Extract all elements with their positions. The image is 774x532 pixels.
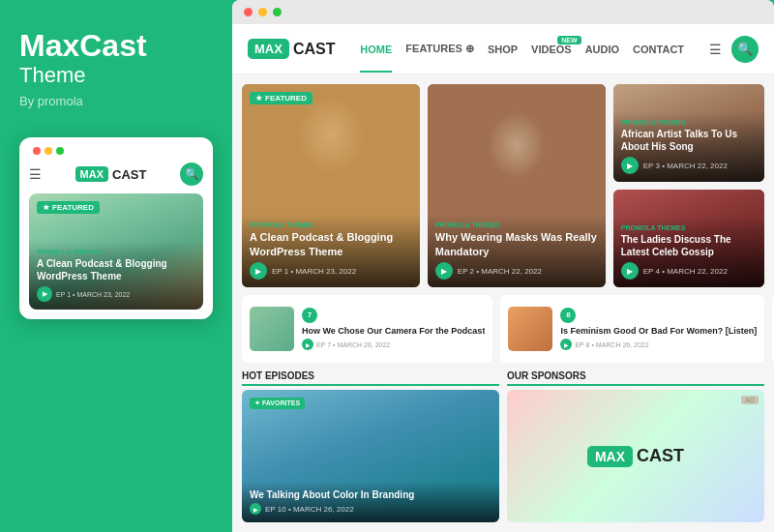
small-card-1[interactable]: 7 How We Chose Our Camera For the Podcas… — [242, 295, 492, 363]
desktop-logo: MAX CAST — [248, 39, 335, 59]
small-card-2-thumb — [508, 307, 552, 351]
nav-link-features[interactable]: FEATURES ⊕ — [405, 43, 474, 55]
hot-ep-play[interactable]: ▶ — [250, 503, 261, 515]
featured-card-1[interactable]: ★ FEATURED PROMOLA THEMES A Clean Podcas… — [242, 84, 420, 287]
browser-dot-yellow[interactable] — [258, 8, 267, 16]
star-icon: ★ — [43, 203, 49, 212]
small-card-1-thumb — [250, 307, 294, 351]
mobile-featured-card: ★ FEATURED PROMOLA THEMES A Clean Podcas… — [29, 193, 203, 310]
hot-episodes-title: HOT EPISODES — [242, 370, 499, 386]
mobile-nav: ☰ MAX CAST 🔍 — [29, 163, 203, 186]
browser-dot-green[interactable] — [273, 8, 282, 16]
card1-ep-text: EP 1 • MARCH 23, 2022 — [272, 267, 356, 276]
card3-ep-text: EP 3 • MARCH 22, 2022 — [643, 162, 728, 170]
hot-ep-ep-text: EP 10 • MARCH 26, 2022 — [265, 505, 354, 514]
featured-badge: ★ FEATURED — [250, 92, 313, 104]
mobile-logo-text: CAST — [112, 167, 146, 182]
mobile-mockup: ☰ MAX CAST 🔍 ★ FEATURED PROMOLA THEMES A… — [19, 137, 213, 319]
brand-by: By promola — [19, 94, 213, 108]
card1-meta: ▶ EP 1 • MARCH 23, 2022 — [250, 262, 412, 280]
card3-label: PROMOLA THEMES — [621, 119, 757, 126]
sponsor-box: AD MAX CAST — [507, 390, 764, 522]
nav-link-audio[interactable]: AUDIO — [585, 44, 619, 55]
card3-overlay: PROMOLA THEMES African Artist Talks To U… — [613, 111, 764, 182]
hot-episodes-card[interactable]: ✦ FAVORITES We Talking About Color In Br… — [242, 390, 499, 522]
nav-link-videos[interactable]: VIDEOS NEW — [531, 44, 572, 55]
card2-overlay: PROMOLA THEMES Why Wearing Masks Was Rea… — [428, 214, 606, 287]
card-3-4-wrapper: PROMOLA THEMES African Artist Talks To U… — [613, 84, 764, 287]
left-panel: MaxCast Theme By promola ☰ MAX CAST 🔍 ★ — [0, 0, 232, 532]
card4-title: The Ladies Discuss The Latest Celeb Goss… — [621, 233, 757, 258]
hot-episodes-section: HOT EPISODES ✦ FAVORITES We Talking Abou… — [242, 370, 499, 522]
featured-card-4[interactable]: PROMOLA THEMES The Ladies Discuss The La… — [613, 190, 764, 287]
mobile-logo-box: MAX — [75, 166, 108, 182]
small-card-1-ep: EP 7 • MARCH 26, 2022 — [316, 341, 390, 348]
mobile-dots — [33, 147, 64, 155]
card3-meta: ▶ EP 3 • MARCH 22, 2022 — [621, 157, 757, 174]
mobile-dot-red — [33, 147, 41, 155]
main-content: ★ FEATURED PROMOLA THEMES A Clean Podcas… — [232, 74, 774, 532]
small-card-2-info: 8 Is Feminism Good Or Bad For Women? [Li… — [560, 308, 757, 351]
brand-title: MaxCast — [19, 29, 213, 63]
small-card-1-title: How We Chose Our Camera For the Podcast — [302, 326, 485, 338]
desktop-logo-box: MAX — [248, 39, 289, 59]
card1-label: PROMOLA THEMES — [250, 222, 412, 228]
mobile-search-button[interactable]: 🔍 — [180, 163, 203, 186]
browser-chrome — [232, 0, 774, 24]
card4-label: PROMOLA THEMES — [621, 224, 757, 231]
card4-meta: ▶ EP 4 • MARCH 22, 2022 — [621, 262, 757, 280]
hamburger-button[interactable]: ☰ — [709, 42, 722, 57]
mobile-featured-badge: ★ FEATURED — [37, 201, 100, 214]
hot-ep-title: We Talking About Color In Branding — [250, 489, 491, 500]
sponsors-title: OUR SPONSORS — [507, 370, 764, 386]
featured-grid: ★ FEATURED PROMOLA THEMES A Clean Podcas… — [242, 84, 764, 287]
small-card-2-num: 8 — [560, 308, 576, 323]
nav-link-shop[interactable]: SHOP — [488, 44, 518, 55]
mobile-hamburger-icon[interactable]: ☰ — [29, 166, 42, 182]
mobile-episode-text: EP 1 • MARCH 23, 2022 — [56, 291, 130, 298]
card2-label: PROMOLA THEMES — [435, 222, 598, 228]
mobile-logo: MAX CAST — [75, 166, 147, 182]
mobile-play-button[interactable]: ▶ — [37, 286, 52, 302]
right-panel: MAX CAST HOME FEATURES ⊕ SHOP VIDEOS NEW… — [232, 0, 774, 532]
card4-play-button[interactable]: ▶ — [621, 262, 639, 280]
mobile-browser-bar — [29, 147, 203, 155]
videos-new-badge: NEW — [557, 36, 580, 44]
small-card-2-meta: ▶ EP 8 • MARCH 26, 2022 — [560, 339, 757, 350]
small-card-2-play[interactable]: ▶ — [560, 339, 572, 350]
nav-link-contact[interactable]: CONTACT — [633, 44, 684, 55]
sponsors-section: OUR SPONSORS AD MAX CAST — [507, 370, 764, 522]
sponsor-logo-text: CAST — [637, 446, 684, 466]
search-button[interactable]: 🔍 — [731, 36, 759, 63]
desktop-nav-links: HOME FEATURES ⊕ SHOP VIDEOS NEW AUDIO CO… — [354, 43, 690, 55]
featured-card-2[interactable]: PROMOLA THEMES Why Wearing Masks Was Rea… — [428, 84, 606, 287]
small-card-1-info: 7 How We Chose Our Camera For the Podcas… — [302, 308, 485, 351]
card1-overlay: PROMOLA THEMES A Clean Podcast & Bloggin… — [242, 214, 420, 287]
card4-ep-text: EP 4 • MARCH 22, 2022 — [643, 267, 728, 276]
card2-meta: ▶ EP 2 • MARCH 22, 2022 — [435, 262, 598, 280]
card1-play-button[interactable]: ▶ — [250, 262, 267, 280]
card2-play-button[interactable]: ▶ — [435, 262, 453, 280]
sponsor-content: MAX CAST — [507, 390, 764, 522]
nav-icon-group: ☰ 🔍 — [709, 36, 759, 63]
mobile-card-content: PROMOLA THEMES A Clean Podcast & Bloggin… — [29, 241, 203, 310]
small-card-2-ep: EP 8 • MARCH 26, 2022 — [575, 341, 648, 348]
card4-overlay: PROMOLA THEMES The Ladies Discuss The La… — [613, 217, 764, 287]
mobile-card-meta: ▶ EP 1 • MARCH 23, 2022 — [37, 286, 195, 302]
card2-title: Why Wearing Masks Was Really Mandatory — [435, 230, 598, 258]
star-icon: ★ — [255, 94, 262, 103]
browser-dot-red[interactable] — [244, 8, 253, 16]
small-card-1-play[interactable]: ▶ — [302, 339, 313, 350]
sponsor-logo: MAX CAST — [587, 446, 684, 467]
hot-ep-overlay: We Talking About Color In Branding ▶ EP … — [242, 482, 499, 522]
bottom-row: HOT EPISODES ✦ FAVORITES We Talking Abou… — [242, 370, 764, 522]
small-card-2[interactable]: 8 Is Feminism Good Or Bad For Women? [Li… — [500, 295, 764, 363]
small-cards-row: 7 How We Chose Our Camera For the Podcas… — [242, 295, 764, 363]
hot-ep-meta: ▶ EP 10 • MARCH 26, 2022 — [250, 503, 491, 515]
desktop-logo-text: CAST — [293, 41, 336, 58]
featured-card-3[interactable]: PROMOLA THEMES African Artist Talks To U… — [613, 84, 764, 182]
card3-play-button[interactable]: ▶ — [621, 157, 639, 174]
nav-link-home[interactable]: HOME — [360, 44, 392, 55]
brand-subtitle: Theme — [19, 63, 213, 88]
ad-badge: AD — [741, 396, 759, 404]
